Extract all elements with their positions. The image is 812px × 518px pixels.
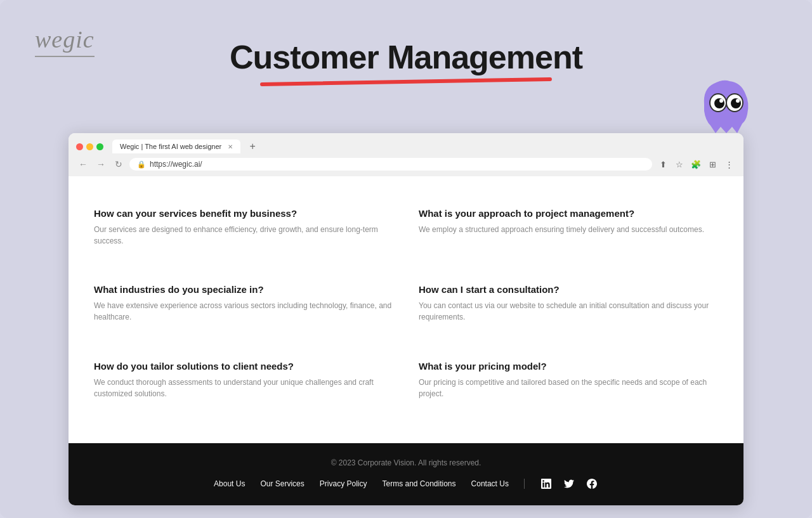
share-icon[interactable]: ⬆	[656, 157, 670, 171]
footer-link-services[interactable]: Our Services	[260, 479, 304, 488]
back-button[interactable]: ←	[76, 157, 90, 171]
faq-question: How can I start a consultation?	[419, 284, 718, 295]
refresh-button[interactable]: ↻	[112, 157, 126, 171]
faq-question: What industries do you specialize in?	[94, 284, 393, 295]
svg-point-3	[731, 98, 741, 108]
forward-button[interactable]: →	[94, 157, 108, 171]
svg-point-5	[736, 99, 740, 103]
browser-address-bar: ← → ↻ 🔒 https://wegic.ai/ ⬆ ☆ 🧩 ⊞ ⋮	[69, 153, 743, 176]
footer-copyright: © 2023 Corporate Vision. All rights rese…	[94, 458, 718, 467]
faq-answer: We have extensive experience across vari…	[94, 300, 393, 323]
footer-links: About Us Our Services Privacy Policy Ter…	[94, 477, 718, 490]
faq-item: How can I start a consultation? You can …	[419, 271, 718, 347]
footer-link-privacy[interactable]: Privacy Policy	[320, 479, 367, 488]
twitter-icon[interactable]	[563, 477, 575, 490]
main-title: Customer Management	[0, 38, 812, 76]
faq-question: How do you tailor solutions to client ne…	[94, 361, 393, 372]
lock-icon: 🔒	[137, 160, 146, 169]
tab-title: Wegic | The first AI web designer	[120, 143, 221, 150]
footer-socials	[540, 477, 598, 490]
url-text: https://wegic.ai/	[150, 160, 202, 169]
menu-icon[interactable]: ⋮	[722, 157, 736, 171]
browser-content: How can your services benefit my busines…	[69, 176, 743, 505]
faq-answer: You can contact us via our website to sc…	[419, 300, 718, 323]
browser-title-bar: Wegic | The first AI web designer ✕ +	[69, 133, 743, 153]
faq-answer: We employ a structured approach ensuring…	[419, 224, 718, 235]
faq-question: What is your pricing model?	[419, 361, 718, 372]
bookmark-icon[interactable]: ☆	[672, 157, 686, 171]
footer-link-terms[interactable]: Terms and Conditions	[382, 479, 455, 488]
faq-item: What is your approach to project managem…	[419, 195, 718, 271]
new-tab-button[interactable]: +	[246, 139, 259, 153]
browser-window: Wegic | The first AI web designer ✕ + ← …	[69, 133, 743, 505]
faq-answer: We conduct thorough assessments to under…	[94, 377, 393, 399]
facebook-icon[interactable]	[586, 477, 598, 490]
traffic-lights	[76, 143, 103, 150]
reader-view-icon[interactable]: ⊞	[705, 157, 719, 171]
mascot	[691, 70, 761, 139]
faq-item: What industries do you specialize in? We…	[94, 271, 393, 347]
faq-question: What is your approach to project managem…	[419, 208, 718, 219]
faq-answer: Our pricing is competitive and tailored …	[419, 377, 718, 399]
faq-item: What is your pricing model? Our pricing …	[419, 348, 718, 424]
extensions-icon[interactable]: 🧩	[689, 157, 703, 171]
faq-item: How can your services benefit my busines…	[94, 195, 393, 271]
footer-link-about[interactable]: About Us	[214, 479, 245, 488]
traffic-light-green[interactable]	[96, 143, 103, 150]
faq-section: How can your services benefit my busines…	[69, 176, 743, 443]
footer-link-contact[interactable]: Contact Us	[471, 479, 509, 488]
traffic-light-red[interactable]	[76, 143, 83, 150]
browser-tab[interactable]: Wegic | The first AI web designer ✕	[112, 139, 240, 153]
faq-question: How can your services benefit my busines…	[94, 208, 393, 219]
traffic-light-yellow[interactable]	[86, 143, 93, 150]
svg-point-4	[719, 99, 723, 103]
footer-divider	[524, 479, 525, 489]
faq-answer: Our services are designed to enhance eff…	[94, 224, 393, 247]
toolbar-icons: ⬆ ☆ 🧩 ⊞ ⋮	[656, 157, 736, 171]
tab-close-button[interactable]: ✕	[228, 143, 233, 150]
svg-point-2	[714, 98, 724, 108]
faq-item: How do you tailor solutions to client ne…	[94, 348, 393, 424]
browser-chrome: Wegic | The first AI web designer ✕ + ← …	[69, 133, 743, 176]
page-title-area: Customer Management	[0, 38, 812, 84]
address-bar[interactable]: 🔒 https://wegic.ai/	[129, 158, 652, 171]
linkedin-icon[interactable]	[540, 477, 553, 490]
footer: © 2023 Corporate Vision. All rights rese…	[69, 443, 743, 505]
